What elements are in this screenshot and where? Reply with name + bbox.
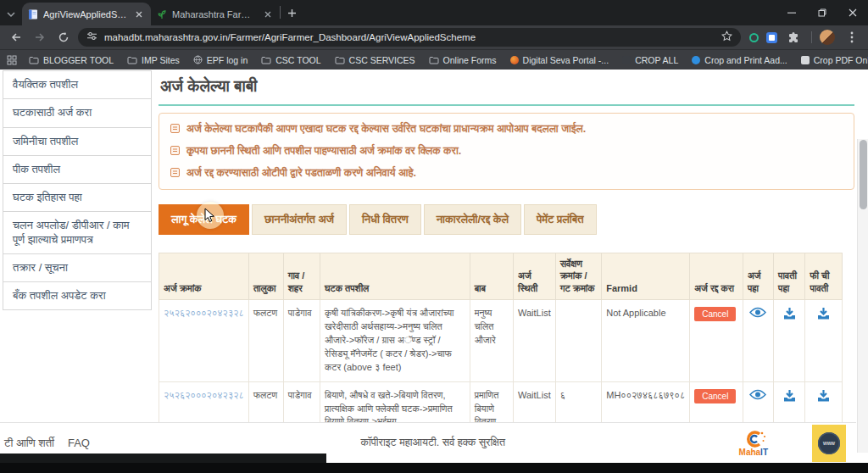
sidebar-item-label: वैयक्तिक तपशील [13, 78, 78, 91]
profile-avatar[interactable] [820, 30, 835, 45]
tab-under-scrutiny[interactable]: छाननीअंतर्गत अर्ज [252, 204, 347, 235]
bookmark-item[interactable]: Digital Seva Portal -... [505, 53, 615, 67]
notice-line: कृपया छाननी स्थिती आणि तपशील पाहण्यासाठी… [170, 145, 843, 158]
new-tab-button[interactable] [281, 2, 303, 24]
header-farmid: Farmid [602, 253, 690, 300]
note-icon [170, 146, 180, 155]
tab-close-icon[interactable] [262, 8, 274, 20]
bookmark-label: CSC SERVICES [349, 55, 415, 65]
sidebar-item-challan-upload[interactable]: चलन अपलोड/ डीपीआर / काम पूर्ण झाल्याचे प… [3, 211, 152, 254]
view-receipt-cell [774, 299, 805, 381]
sidebar-item-complaint-suggestion[interactable]: तक्रार / सूचना [3, 253, 152, 282]
sidebar-item-label: जमिनीचा तपशील [13, 135, 78, 147]
applications-table: अर्ज क्रमांक तालुका गाव / शहर घटक तपशील … [159, 253, 843, 437]
forward-button[interactable] [31, 28, 49, 47]
browser-tab-active[interactable]: AgriViewAppliedScheme [22, 3, 151, 25]
sidebar-item-apply-for-component[interactable]: घटकासाठी अर्ज करा [3, 98, 152, 127]
mahait-logo: MahaIT [739, 430, 768, 457]
apps-grid-icon[interactable] [7, 55, 17, 65]
bookmarks-bar: BLOGGER TOOL IMP Sites EPF log in CSC TO… [0, 49, 868, 70]
bookmark-item[interactable]: Online Forms [424, 53, 502, 67]
download-icon[interactable] [782, 311, 797, 321]
minimize-button[interactable] [776, 0, 807, 25]
bookmark-item[interactable]: IMP Sites [122, 53, 185, 67]
note-icon [170, 124, 180, 133]
header-view-application: अर्ज पहा [743, 253, 773, 300]
sidebar-item-component-history[interactable]: घटक इतिहास पहा [3, 183, 152, 212]
note-icon [170, 168, 180, 177]
tab-fund-distribution[interactable]: निधी वितरण [349, 204, 421, 235]
bookmark-item[interactable]: CROP ALL [617, 53, 683, 67]
bookmark-item[interactable]: BLOGGER TOOL [24, 53, 119, 67]
page-scrollbar[interactable] [857, 139, 868, 453]
address-bar[interactable]: mahadbt.maharashtra.gov.in/Farmer/AgriFa… [78, 28, 741, 47]
copyright-text: कॉपीराइट महाआयटी. सर्व हक्क सुरक्षित [127, 437, 739, 449]
bookmark-label: Digital Seva Portal -... [523, 55, 609, 65]
bookmark-item[interactable]: CSC TOOL [256, 53, 326, 67]
back-button[interactable] [7, 28, 25, 47]
page-content: वैयक्तिक तपशील घटकासाठी अर्ज करा जमिनीचा… [0, 70, 868, 463]
extensions-puzzle-icon[interactable] [785, 28, 804, 47]
notice-text: अर्ज रद्द करण्यासाठी ओटीपी द्वारे पडताळण… [186, 167, 416, 180]
main-content: अर्ज केलेल्या बाबी अर्ज केलेल्या घटकापैक… [159, 70, 854, 437]
bookmark-label: Crop PDF Online: Cli... [814, 55, 868, 65]
download-icon[interactable] [782, 393, 797, 403]
scheme-tabs: लागू केलेले घटक छाननीअंतर्गत अर्ज निधी व… [159, 204, 854, 235]
sidebar-item-land-details[interactable]: जमिनीचा तपशील [3, 127, 152, 156]
application-number-link[interactable]: २५२६२०००२०४२३२८ [164, 308, 244, 318]
sidebar-item-label: घटक इतिहास पहा [13, 191, 82, 203]
extension-icon-blue[interactable] [766, 32, 777, 43]
logo-text: Maha [739, 448, 761, 457]
cell-taluka: फलटण [248, 299, 283, 381]
eye-icon[interactable] [749, 392, 766, 402]
download-icon[interactable] [816, 311, 831, 321]
document-favicon-icon [28, 9, 38, 19]
cancel-button[interactable]: Cancel [694, 307, 736, 321]
url-input[interactable]: mahadbt.maharashtra.gov.in/Farmer/AgriFa… [104, 32, 715, 42]
terms-link[interactable]: टी आणि शर्ती [4, 437, 54, 450]
tab-rejected-cancelled[interactable]: नाकारलेली/रद्द केले [424, 204, 521, 235]
extension-icon-green[interactable] [749, 33, 759, 42]
download-icon[interactable] [816, 393, 831, 403]
tab-title: AgriViewAppliedScheme [43, 9, 128, 19]
bookmark-item[interactable]: CSC SERVICES [330, 53, 420, 67]
application-number-link[interactable]: २५२६२०००२०४२३२८ [164, 390, 244, 400]
menu-kebab-icon[interactable] [843, 28, 861, 47]
bookmark-item[interactable]: EPF log in [188, 53, 253, 67]
bookmark-item[interactable]: Crop and Print Aad... [687, 53, 792, 67]
header-status: अर्ज स्थिती [514, 253, 556, 300]
maximize-button[interactable] [807, 0, 837, 25]
sidebar-item-label: बँक तपशील अपडेट करा [13, 289, 106, 302]
browser-tab-inactive[interactable]: Maharashtra Farmer Registry [151, 3, 280, 25]
site-favicon-icon [692, 56, 700, 64]
toolbar-divider [811, 31, 812, 43]
faq-link[interactable]: FAQ [68, 437, 90, 450]
site-favicon-icon [622, 56, 631, 64]
view-application-cell [743, 299, 773, 381]
tab-payment-pending[interactable]: पेमेंट प्रलंबित [524, 204, 596, 235]
tab-search-chevron-icon[interactable] [0, 3, 22, 25]
reload-button[interactable] [54, 28, 73, 47]
cancel-button[interactable]: Cancel [694, 389, 736, 403]
scrollbar-thumb[interactable] [860, 140, 867, 209]
sidebar-item-personal-details[interactable]: वैयक्तिक तपशील [3, 70, 152, 99]
cell-component-details: कृषी यांत्रिकीकरण->कृषी यंत्र औजारांच्या… [320, 299, 470, 381]
notice-text: अर्ज केलेल्या घटकापैकी आपण एखादा घटक रद्… [186, 123, 586, 136]
sidebar-item-bank-details-update[interactable]: बँक तपशील अपडेट करा [3, 281, 152, 310]
page-title: अर्ज केलेल्या बाबी [159, 70, 854, 106]
sidebar-item-crop-details[interactable]: पीक तपशील [3, 155, 152, 184]
close-button[interactable] [837, 0, 868, 25]
header-survey-group-no: सर्वेक्षण क्रमांक / गट क्रमांक [555, 253, 602, 300]
window-controls [776, 0, 868, 25]
bookmark-item[interactable]: Crop PDF Online: Cli... [796, 53, 868, 67]
header-view-receipt: पावती पहा [774, 253, 805, 300]
browser-toolbar: mahadbt.maharashtra.gov.in/Farmer/AgriFa… [0, 25, 868, 49]
tab-applied-components[interactable]: लागू केलेले घटक [159, 204, 249, 235]
site-settings-icon[interactable] [86, 30, 97, 45]
bookmark-star-icon[interactable] [721, 30, 732, 45]
site-favicon-icon [510, 56, 519, 64]
tab-close-icon[interactable] [133, 8, 145, 20]
notice-line: अर्ज केलेल्या घटकापैकी आपण एखादा घटक रद्… [170, 123, 843, 136]
header-taluka: तालुका [248, 253, 283, 300]
eye-icon[interactable] [749, 309, 766, 320]
